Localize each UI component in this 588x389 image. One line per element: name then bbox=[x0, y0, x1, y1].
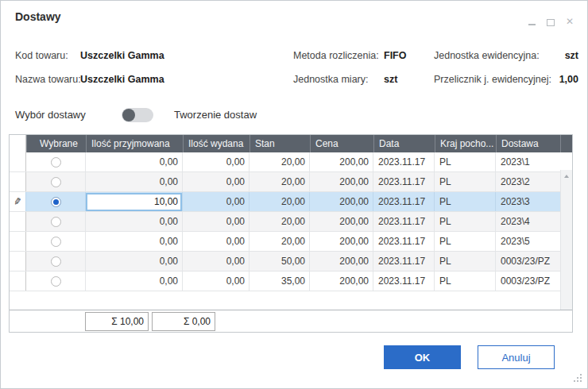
table-cell: 200,00 bbox=[310, 172, 373, 191]
column-header[interactable]: Stan bbox=[250, 135, 310, 152]
row-indicator-cell bbox=[10, 252, 26, 271]
column-header[interactable]: Ilość wydana bbox=[183, 135, 250, 152]
table-row[interactable]: 0,000,0020,00200,002023.11.17PL2023\4 bbox=[10, 212, 572, 232]
przelicznik-value: 1,00 bbox=[559, 74, 578, 85]
table-cell: 2023\1 bbox=[496, 152, 572, 171]
kod-towaru-value: Uszczelki Gamma bbox=[80, 50, 164, 61]
column-header[interactable]: Ilość przyjmowana bbox=[86, 135, 183, 152]
table-cell: 200,00 bbox=[310, 152, 373, 171]
table-cell: 0,00 bbox=[183, 252, 250, 271]
table-cell: 0,00 bbox=[86, 252, 183, 271]
table-cell: 20,00 bbox=[250, 192, 310, 211]
indicator-column-header bbox=[10, 135, 26, 152]
wybrane-cell bbox=[26, 172, 86, 191]
metoda-rozliczenia-label: Metoda rozliczenia: bbox=[293, 50, 379, 61]
table-cell: 2023.11.17 bbox=[373, 212, 435, 231]
table-cell: 35,00 bbox=[250, 272, 310, 291]
table-cell: 20,00 bbox=[250, 152, 310, 171]
table-cell: 0,00 bbox=[183, 172, 250, 191]
wybrane-cell bbox=[26, 232, 86, 251]
row-indicator-cell bbox=[10, 232, 26, 251]
table-header: WybraneIlość przyjmowanaIlość wydanaStan… bbox=[10, 135, 572, 152]
table-cell: 200,00 bbox=[310, 232, 373, 251]
table-cell: 0,00 bbox=[86, 232, 183, 251]
jednostka-ewidencyjna-field: Jednostka ewidencyjna: szt bbox=[434, 50, 578, 61]
wybrane-cell bbox=[26, 252, 86, 271]
table-cell: PL bbox=[435, 152, 496, 171]
jednostka-ewidencyjna-label: Jednostka ewidencyjna: bbox=[434, 50, 540, 61]
row-radio[interactable] bbox=[51, 157, 61, 168]
edit-pencil-icon: ✎ bbox=[13, 196, 22, 207]
header-filler bbox=[560, 135, 572, 152]
table-cell: PL bbox=[435, 212, 496, 231]
maximize-icon bbox=[547, 19, 555, 26]
row-radio[interactable] bbox=[51, 256, 61, 267]
vertical-scrollbar[interactable] bbox=[560, 170, 572, 310]
nazwa-towaru-label: Nazwa towaru: bbox=[15, 74, 81, 85]
dialog-title: Dostawy bbox=[15, 10, 61, 23]
row-radio[interactable] bbox=[51, 217, 61, 227]
delivery-mode-toggle[interactable] bbox=[122, 108, 153, 122]
przelicznik-field: Przelicznik j. ewidencyjnej: 1,00 bbox=[434, 74, 578, 85]
row-radio[interactable] bbox=[51, 237, 61, 247]
row-indicator-cell bbox=[10, 272, 26, 291]
table-body: 0,000,0020,00200,002023.11.17PL2023\10,0… bbox=[10, 152, 572, 310]
table-footer: Σ 10,00 Σ 0,00 bbox=[10, 310, 572, 332]
minimize-button[interactable] bbox=[527, 17, 536, 26]
table-cell: 200,00 bbox=[310, 252, 373, 271]
table-cell: 0,00 bbox=[86, 152, 183, 171]
wybrane-cell bbox=[26, 192, 86, 211]
table-cell: 2023.11.17 bbox=[373, 172, 435, 191]
table-cell: PL bbox=[435, 272, 496, 291]
sum-ilosc-przyjmowana: Σ 10,00 bbox=[85, 312, 149, 331]
column-header[interactable]: Kraj pocho... bbox=[435, 135, 496, 152]
cancel-button[interactable]: Anuluj bbox=[478, 345, 555, 369]
close-icon: ✕ bbox=[566, 17, 574, 26]
metoda-rozliczenia-value: FIFO bbox=[384, 50, 406, 61]
row-radio[interactable] bbox=[51, 276, 61, 287]
table-cell: 2023.11.17 bbox=[373, 152, 435, 171]
toggle-left-label: Wybór dostawy bbox=[15, 109, 86, 121]
maximize-button[interactable] bbox=[546, 17, 555, 26]
close-button[interactable]: ✕ bbox=[565, 17, 574, 26]
jednostka-miary-value: szt bbox=[384, 74, 397, 85]
column-header[interactable]: Dostawa bbox=[496, 135, 560, 152]
row-indicator-cell bbox=[10, 152, 26, 171]
nazwa-towaru-value: Uszczelki Gamma bbox=[80, 74, 164, 85]
column-header[interactable]: Data bbox=[373, 135, 435, 152]
scroll-up-icon[interactable] bbox=[564, 175, 569, 178]
table-cell: 20,00 bbox=[250, 172, 310, 191]
table-row[interactable]: 0,000,0035,00200,002023.11.17PL0003/23/P… bbox=[10, 272, 572, 291]
table-row[interactable]: 0,000,0020,00200,002023.11.17PL2023\5 bbox=[10, 232, 572, 252]
row-indicator-cell bbox=[10, 212, 26, 231]
wybrane-cell bbox=[26, 152, 86, 171]
row-indicator-cell bbox=[10, 172, 26, 191]
ok-button[interactable]: OK bbox=[384, 345, 461, 369]
resize-grip-icon[interactable] bbox=[574, 374, 583, 383]
table-row[interactable]: 0,000,0050,00200,002023.11.17PL0003/23/P… bbox=[10, 252, 572, 272]
column-header[interactable]: Cena bbox=[310, 135, 373, 152]
table-cell: 0,00 bbox=[183, 212, 250, 231]
column-header[interactable]: Wybrane bbox=[26, 135, 86, 152]
jednostka-miary-label: Jednostka miary: bbox=[293, 74, 368, 85]
table-cell: 0,00 bbox=[183, 272, 250, 291]
minimize-icon bbox=[528, 24, 536, 25]
wybrane-cell bbox=[26, 272, 86, 291]
table-row[interactable]: 0,000,0020,00200,002023.11.17PL2023\1 bbox=[10, 152, 572, 172]
table-cell: 0,00 bbox=[86, 272, 183, 291]
table-row[interactable]: 0,000,0020,00200,002023.11.17PL2023\2 bbox=[10, 172, 572, 192]
table-cell: 2023.11.17 bbox=[373, 232, 435, 251]
table-cell: 200,00 bbox=[310, 212, 373, 231]
table-row[interactable]: ✎0,0020,00200,002023.11.17PL2023\3 bbox=[10, 192, 572, 212]
ilosc-przyjmowana-input[interactable] bbox=[86, 193, 182, 211]
table-cell: 2023.11.17 bbox=[373, 252, 435, 271]
przelicznik-label: Przelicznik j. ewidencyjnej: bbox=[434, 74, 551, 85]
table-cell: 2023.11.17 bbox=[373, 272, 435, 291]
table-cell: PL bbox=[435, 232, 496, 251]
jednostka-ewidencyjna-value: szt bbox=[565, 50, 578, 61]
sum-ilosc-wydana: Σ 0,00 bbox=[152, 312, 215, 331]
table-cell: 200,00 bbox=[310, 192, 373, 211]
row-radio-selected[interactable] bbox=[51, 197, 61, 207]
table-cell: 0,00 bbox=[183, 152, 250, 171]
row-radio[interactable] bbox=[51, 177, 61, 187]
